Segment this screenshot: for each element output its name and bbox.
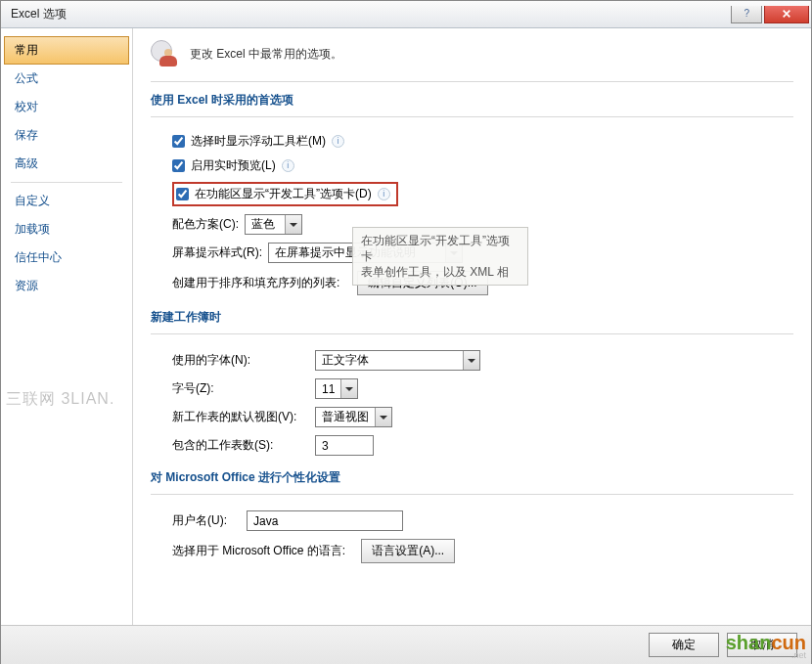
label-sortfill: 创建用于排序和填充序列的列表: (172, 275, 339, 291)
checkbox-devtab[interactable] (176, 188, 189, 200)
input-sheetcount[interactable] (315, 435, 374, 456)
input-username[interactable] (247, 510, 403, 531)
sidebar-item-addins[interactable]: 加载项 (1, 215, 132, 243)
label-devtab: 在功能区显示“开发工具”选项卡(D) (195, 186, 372, 202)
label-font: 使用的字体(N): (172, 352, 309, 369)
main-panel: 更改 Excel 中最常用的选项。 使用 Excel 时采用的首选项 选择时显示… (133, 28, 811, 625)
sidebar-item-customize[interactable]: 自定义 (1, 187, 132, 215)
chevron-down-icon (340, 379, 357, 398)
checkbox-livepreview[interactable] (172, 159, 185, 172)
checkbox-minitoolbar[interactable] (172, 135, 185, 148)
ok-button[interactable]: 确定 (649, 633, 719, 657)
chevron-down-icon (463, 351, 479, 370)
dialog-footer: 确定 取消 (1, 625, 811, 664)
tooltip-devtab: 在功能区显示“开发工具”选项卡 表单创作工具，以及 XML 相 (352, 227, 528, 286)
chevron-down-icon (375, 408, 391, 426)
label-sheetcount: 包含的工作表数(S): (172, 437, 309, 454)
svg-text:?: ? (744, 9, 750, 19)
section-personalize-title: 对 Microsoft Office 进行个性化设置 (151, 460, 793, 495)
row-sheetcount: 包含的工作表数(S): (151, 431, 793, 460)
cancel-button[interactable]: 取消 (727, 633, 797, 657)
label-colorscheme: 配色方案(C): (172, 216, 239, 233)
help-button[interactable]: ? (731, 6, 762, 23)
titlebar: Excel 选项 ? (1, 1, 811, 28)
info-icon[interactable]: i (282, 159, 294, 172)
sidebar-item-general[interactable]: 常用 (4, 36, 129, 65)
row-fontsize: 字号(Z): 11 (151, 375, 793, 403)
label-lang: 选择用于 Microsoft Office 的语言: (172, 543, 345, 559)
label-minitoolbar: 选择时显示浮动工具栏(M) (191, 133, 326, 150)
window-buttons: ? (731, 6, 811, 23)
label-screentip: 屏幕提示样式(R): (172, 244, 262, 261)
dropdown-defaultview-value: 普通视图 (316, 409, 375, 425)
options-dialog: Excel 选项 ? 常用 公式 校对 保存 高级 自定义 加载项 信任中心 资… (0, 0, 812, 664)
header-icon (151, 40, 180, 67)
row-minitoolbar: 选择时显示浮动工具栏(M) i (151, 129, 793, 154)
dropdown-fontsize-value: 11 (316, 382, 340, 396)
sidebar-item-advanced[interactable]: 高级 (1, 150, 132, 178)
section-top-title: 使用 Excel 时采用的首选项 (151, 82, 793, 117)
devtab-highlight: 在功能区显示“开发工具”选项卡(D) i (172, 182, 398, 206)
window-title: Excel 选项 (1, 6, 731, 22)
label-livepreview: 启用实时预览(L) (191, 157, 276, 174)
row-lang: 选择用于 Microsoft Office 的语言: 语言设置(A)... (151, 535, 793, 567)
dropdown-fontsize[interactable]: 11 (315, 378, 358, 399)
row-font: 使用的字体(N): 正文字体 (151, 346, 793, 375)
page-subtitle: 更改 Excel 中最常用的选项。 (190, 46, 342, 63)
row-username: 用户名(U): (151, 507, 793, 535)
sidebar-item-resources[interactable]: 资源 (1, 272, 132, 300)
label-defaultview: 新工作表的默认视图(V): (172, 409, 309, 425)
dropdown-font-value: 正文字体 (316, 352, 463, 369)
row-defaultview: 新工作表的默认视图(V): 普通视图 (151, 403, 793, 431)
dropdown-colorscheme-value: 蓝色 (246, 216, 285, 233)
dropdown-font[interactable]: 正文字体 (315, 350, 480, 371)
sidebar-item-trustcenter[interactable]: 信任中心 (1, 243, 132, 272)
chevron-down-icon (285, 215, 301, 234)
tooltip-title: 在功能区显示“开发工具”选项卡 (361, 233, 519, 264)
close-button[interactable] (764, 6, 809, 23)
dropdown-colorscheme[interactable]: 蓝色 (245, 214, 302, 235)
info-icon[interactable]: i (378, 188, 390, 200)
row-devtab: 在功能区显示“开发工具”选项卡(D) i (151, 178, 793, 210)
sidebar-item-save[interactable]: 保存 (1, 121, 132, 150)
row-livepreview: 启用实时预览(L) i (151, 154, 793, 178)
section-newbook-title: 新建工作簿时 (151, 299, 793, 334)
sidebar-item-proofing[interactable]: 校对 (1, 93, 132, 121)
label-username: 用户名(U): (172, 512, 241, 529)
label-fontsize: 字号(Z): (172, 380, 309, 397)
sidebar: 常用 公式 校对 保存 高级 自定义 加载项 信任中心 资源 (1, 28, 133, 625)
sidebar-item-formulas[interactable]: 公式 (1, 65, 132, 93)
info-icon[interactable]: i (332, 135, 344, 148)
dropdown-defaultview[interactable]: 普通视图 (315, 407, 392, 427)
page-header: 更改 Excel 中最常用的选项。 (151, 38, 793, 82)
content: 常用 公式 校对 保存 高级 自定义 加载项 信任中心 资源 更改 Excel … (1, 28, 811, 625)
sidebar-separator (11, 182, 122, 183)
language-settings-button[interactable]: 语言设置(A)... (361, 539, 455, 563)
tooltip-body: 表单创作工具，以及 XML 相 (361, 264, 519, 280)
